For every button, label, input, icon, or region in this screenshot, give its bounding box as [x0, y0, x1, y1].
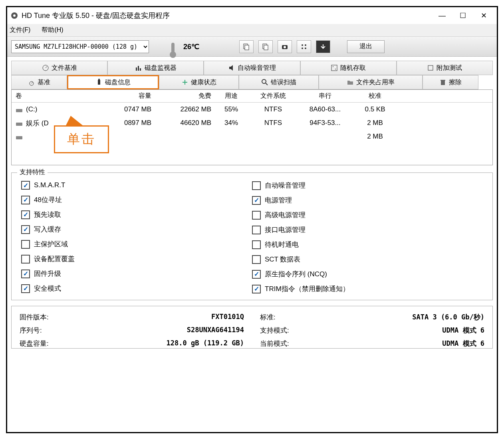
tab-label: 健康状态 — [191, 78, 216, 87]
feature-label: 预先读取 — [34, 210, 61, 219]
detail-row: 硬盘容量:128.0 gB (119.2 GB) — [20, 339, 244, 348]
checkbox-icon[interactable] — [252, 285, 261, 293]
feature-label: 设备配置覆盖 — [34, 254, 75, 264]
tab-random-access[interactable]: 随机存取 — [300, 61, 397, 75]
exit-button[interactable]: 退出 — [347, 40, 385, 53]
col-serial: 串行 — [303, 92, 355, 100]
col-cluster: 校准 — [355, 92, 403, 100]
feature-item: 设备配置覆盖 — [21, 254, 252, 264]
svg-point-20 — [335, 69, 336, 69]
checkbox-icon[interactable] — [21, 255, 30, 264]
menu-help[interactable]: 帮助(H) — [42, 26, 63, 34]
checkbox-icon[interactable] — [21, 225, 30, 234]
detail-row: 当前模式:UDMA 模式 6 — [260, 339, 484, 348]
checkbox-icon[interactable] — [252, 196, 261, 205]
folder-icon — [347, 79, 354, 86]
tab-disk-monitor[interactable]: 磁盘监视器 — [107, 61, 204, 75]
tab-erase[interactable]: 擦除 — [423, 75, 478, 89]
checkbox-icon[interactable] — [252, 211, 261, 220]
feature-item: 固件升级 — [21, 269, 252, 278]
copy-text-button[interactable] — [239, 40, 254, 53]
table-row[interactable]: (C:)0747 MB22662 MB55%NTFS8A60-63...0.5 … — [12, 103, 492, 116]
feature-label: 电源管理 — [265, 196, 292, 205]
drive-select[interactable]: SAMSUNG MZ7LF128HCHP-00000 (128 g) — [11, 40, 149, 53]
drive-icon — [16, 121, 23, 126]
svg-point-12 — [302, 48, 303, 49]
copy-info-button[interactable] — [258, 40, 273, 53]
volume-cluster: 2 MB — [355, 119, 403, 127]
svg-rect-15 — [136, 67, 137, 71]
volume-fs: NTFS — [251, 105, 303, 113]
tab-file-benchmark[interactable]: 文件基准 — [11, 61, 107, 75]
detail-label: 序列号: — [20, 326, 67, 335]
tab-label: 基准 — [38, 78, 50, 87]
feature-label: SCT 数据表 — [265, 255, 300, 264]
screenshot-button[interactable] — [278, 40, 292, 53]
checkbox-icon[interactable] — [252, 240, 261, 249]
tab-disk-info[interactable]: 磁盘信息 — [67, 75, 159, 89]
checkbox-icon[interactable] — [252, 181, 261, 190]
feature-item: 接口电源管理 — [252, 225, 483, 234]
monitor-icon — [135, 64, 142, 71]
menu-file[interactable]: 文件(F) — [10, 26, 30, 34]
tab-health[interactable]: 健康状态 — [159, 75, 239, 89]
volume-serial: 94F3-53... — [303, 119, 355, 127]
checkbox-icon[interactable] — [21, 270, 30, 278]
feature-label: 自动噪音管理 — [265, 181, 306, 190]
volume-usage: 55% — [219, 105, 251, 113]
feature-item: 高级电源管理 — [252, 210, 483, 220]
detail-label: 标准: — [260, 313, 308, 322]
minimize-button[interactable]: — — [432, 9, 452, 22]
feature-item: 48位寻址 — [21, 195, 252, 204]
main-area: 文件基准 磁盘监视器 自动噪音管理 随机存取 附加测试 — [7, 57, 497, 432]
maximize-button[interactable]: ☐ — [453, 9, 473, 22]
feature-item: S.M.A.R.T — [21, 181, 252, 190]
detail-row: 序列号:S28UNXAG641194 — [20, 326, 244, 335]
tab-extra-tests[interactable]: 附加测试 — [397, 61, 493, 75]
tab-error-scan[interactable]: 错误扫描 — [239, 75, 319, 89]
tab-folder-usage[interactable]: 文件夹占用率 — [319, 75, 423, 89]
annotation-callout: 单击 — [54, 116, 109, 153]
svg-point-11 — [305, 44, 306, 46]
detail-value: S28UNXAG641194 — [67, 326, 244, 335]
tab-label: 文件基准 — [52, 64, 77, 72]
detail-value: 128.0 gB (119.2 GB) — [67, 339, 244, 348]
checkbox-icon[interactable] — [21, 181, 30, 190]
checkbox-icon[interactable] — [21, 196, 30, 204]
save-button[interactable] — [316, 40, 330, 53]
checkbox-icon[interactable] — [21, 284, 30, 293]
tab-label: 磁盘监视器 — [145, 64, 177, 72]
detail-row: 标准:SATA 3 (6.0 Gb/秒) — [260, 313, 484, 322]
tab-label: 随机存取 — [340, 64, 366, 72]
file-bench-icon — [42, 64, 49, 71]
feature-item: 写入缓存 — [21, 225, 252, 234]
feature-label: 安全模式 — [34, 284, 61, 293]
detail-value: UDMA 模式 6 — [308, 339, 484, 348]
volume-free: 22662 MB — [159, 105, 219, 113]
extra-icon — [427, 64, 434, 71]
tab-aam[interactable]: 自动噪音管理 — [204, 61, 300, 75]
col-free: 免费 — [159, 92, 219, 100]
svg-rect-7 — [264, 45, 268, 50]
checkbox-icon[interactable] — [252, 255, 261, 264]
close-button[interactable]: ✕ — [474, 9, 494, 22]
svg-point-13 — [305, 48, 306, 49]
checkbox-icon[interactable] — [21, 210, 30, 219]
tab-benchmark[interactable]: 基准 — [11, 75, 67, 89]
checkbox-icon[interactable] — [21, 240, 30, 249]
app-icon — [10, 12, 18, 20]
svg-rect-29 — [16, 123, 22, 126]
tab-label: 附加测试 — [437, 64, 462, 72]
detail-label: 固件版本: — [20, 313, 67, 322]
feature-label: TRIM指令（禁用删除通知） — [265, 284, 349, 293]
volume-cluster: 0.5 KB — [355, 105, 403, 113]
checkbox-icon[interactable] — [252, 226, 261, 234]
checkbox-icon[interactable] — [252, 270, 261, 279]
tab-label: 擦除 — [449, 78, 462, 87]
options-button[interactable] — [297, 40, 311, 53]
feature-label: 高级电源管理 — [265, 210, 306, 220]
app-window: HD Tune 专业版 5.50 - 硬盘/固态硬盘实用程序 — ☐ ✕ 文件(… — [6, 6, 498, 433]
feature-label: 待机时通电 — [265, 240, 299, 249]
detail-label: 支持模式: — [260, 326, 308, 335]
magnifier-icon — [261, 79, 268, 86]
